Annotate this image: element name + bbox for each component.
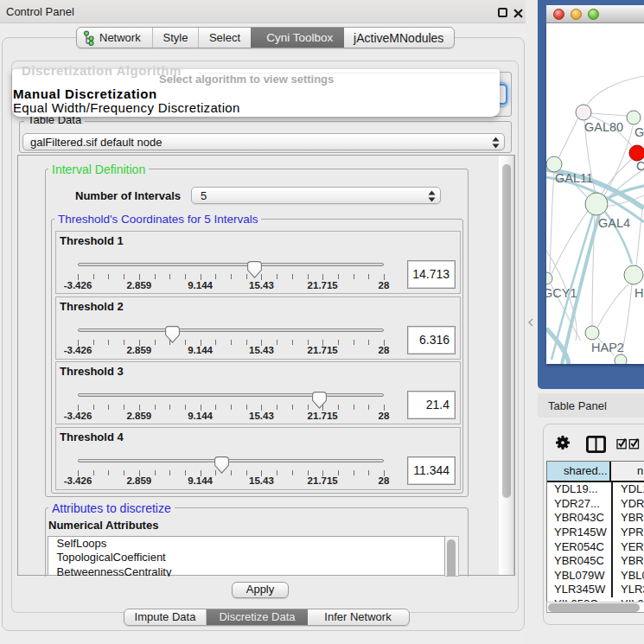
svg-text:GAL11: GAL11 — [555, 171, 593, 185]
svg-text:GCY1: GCY1 — [546, 286, 577, 300]
svg-text:GA: GA — [634, 125, 644, 139]
svg-text:H: H — [634, 286, 643, 300]
svg-text:GAL4: GAL4 — [598, 216, 630, 230]
svg-text:C: C — [636, 159, 644, 173]
svg-text:HAP2: HAP2 — [591, 341, 624, 354]
svg-text:GAL80: GAL80 — [584, 120, 623, 134]
